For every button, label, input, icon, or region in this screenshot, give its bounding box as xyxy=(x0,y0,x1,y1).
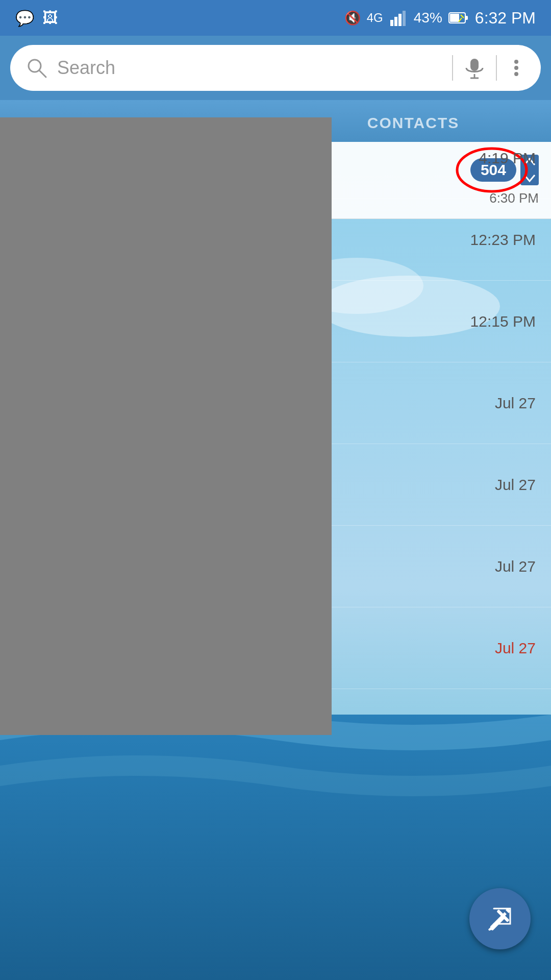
svg-rect-17 xyxy=(470,59,479,71)
battery-percentage: 43% xyxy=(414,10,442,26)
svg-point-22 xyxy=(514,72,518,76)
status-bar: 💬 🖼 🔇 4G 43% 6:32 PM xyxy=(0,0,551,36)
time-entry-4[interactable]: Jul 27 xyxy=(332,362,551,444)
mute-icon: 🔇 xyxy=(344,10,361,26)
svg-rect-5 xyxy=(0,715,551,980)
search-bar-container: Search xyxy=(0,36,551,100)
time-entry-1[interactable]: 4:19 PM xyxy=(332,117,551,199)
battery-icon xyxy=(448,11,469,25)
time-entries: 4:19 PM 12:23 PM 12:15 PM Jul 27 Jul 27 … xyxy=(332,117,551,689)
time-entry-text-4: Jul 27 xyxy=(495,395,536,412)
time-entry-6[interactable]: Jul 27 xyxy=(332,526,551,607)
search-bar[interactable]: Search xyxy=(10,45,541,91)
compose-fab[interactable] xyxy=(469,888,531,949)
time-entry-text-7: Jul 27 xyxy=(495,640,536,657)
search-input-area[interactable]: Search xyxy=(26,57,442,79)
svg-rect-6 xyxy=(390,20,393,26)
svg-line-13 xyxy=(461,15,464,18)
microphone-icon[interactable] xyxy=(463,57,486,79)
status-bar-left: 💬 🖼 xyxy=(15,9,58,27)
time-entry-5[interactable]: Jul 27 xyxy=(332,444,551,526)
status-bar-right: 🔇 4G 43% 6:32 PM xyxy=(344,9,536,28)
network-bars-icon xyxy=(389,9,408,27)
time-entry-text-2: 12:23 PM xyxy=(470,231,536,249)
time-entry-text-6: Jul 27 xyxy=(495,558,536,575)
time-entry-text-1: 4:19 PM xyxy=(479,150,536,167)
signal-icon: 4G xyxy=(367,11,383,25)
svg-point-20 xyxy=(514,60,518,64)
time-entry-text-5: Jul 27 xyxy=(495,476,536,494)
svg-rect-12 xyxy=(465,16,468,20)
svg-rect-11 xyxy=(450,14,459,22)
time-entry-2[interactable]: 12:23 PM xyxy=(332,199,551,281)
message-icon: 💬 xyxy=(15,9,34,27)
time-entry-text-3: 12:15 PM xyxy=(470,313,536,330)
time-entry-3[interactable]: 12:15 PM xyxy=(332,281,551,362)
svg-rect-7 xyxy=(394,17,397,26)
search-icons xyxy=(452,55,525,81)
image-icon: 🖼 xyxy=(42,9,58,27)
compose-icon-simple xyxy=(486,905,514,933)
search-placeholder: Search xyxy=(57,57,115,79)
svg-line-16 xyxy=(39,70,46,77)
svg-rect-8 xyxy=(398,14,402,26)
divider-line xyxy=(496,55,497,81)
svg-point-21 xyxy=(514,66,518,70)
gray-overlay xyxy=(0,117,332,735)
clock: 6:32 PM xyxy=(475,9,536,28)
svg-rect-9 xyxy=(403,11,406,26)
more-options-icon[interactable] xyxy=(507,57,525,79)
search-icon xyxy=(26,57,48,79)
time-entry-7[interactable]: Jul 27 xyxy=(332,607,551,689)
